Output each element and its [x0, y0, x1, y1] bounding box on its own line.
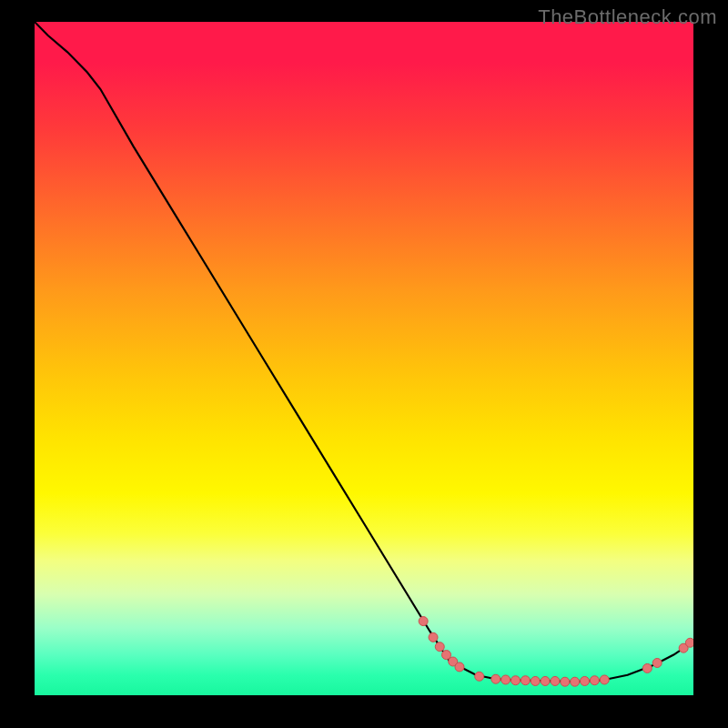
watermark-text: TheBottleneck.com: [538, 5, 717, 29]
chart-marker: [435, 642, 444, 652]
chart-marker: [571, 677, 580, 686]
chart-marker: [521, 676, 530, 685]
chart-marker: [590, 676, 599, 685]
chart-marker: [475, 672, 484, 681]
chart-marker: [685, 638, 693, 647]
chart-plot-area: [35, 22, 693, 695]
chart-curve: [35, 22, 693, 682]
chart-marker: [652, 658, 662, 667]
chart-marker: [541, 676, 550, 685]
chart-marker: [600, 675, 609, 684]
chart-marker: [455, 662, 464, 672]
chart-marker: [491, 674, 500, 683]
chart-marker: [561, 677, 570, 686]
chart-marker: [581, 676, 590, 685]
chart-marker: [501, 675, 511, 684]
chart-marker: [551, 676, 560, 685]
chart-marker: [419, 617, 428, 626]
chart-svg-overlay: [35, 22, 693, 695]
chart-marker: [511, 676, 521, 685]
chart-marker: [531, 676, 540, 685]
chart-markers: [419, 617, 693, 687]
chart-marker: [642, 663, 652, 672]
chart-marker: [429, 632, 438, 642]
